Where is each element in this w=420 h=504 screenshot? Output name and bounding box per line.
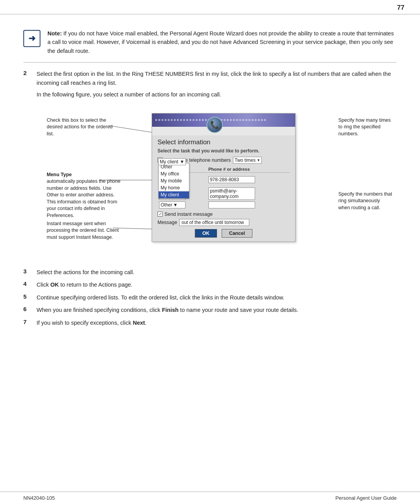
send-im-label: Send instant message xyxy=(164,212,213,217)
dot xyxy=(252,119,254,121)
dot xyxy=(258,119,260,121)
main-content: ➜ Note: If you do not have Voice mail en… xyxy=(0,14,420,339)
ring-times-select[interactable]: Two times ▼ xyxy=(233,157,262,164)
figure-area: Check this box to select the desired act… xyxy=(23,105,397,261)
dialog-icon-area: 📞 xyxy=(152,127,295,135)
dialog-title: Select information xyxy=(158,138,290,146)
dot xyxy=(205,119,207,121)
svg-line-0 xyxy=(109,126,154,133)
dot xyxy=(236,119,238,121)
row2-input[interactable]: psmith@any-company.com xyxy=(208,187,255,200)
dot xyxy=(227,119,229,121)
dot xyxy=(180,119,182,121)
dropdown-item-mymobile[interactable]: My mobile xyxy=(159,177,189,184)
dot xyxy=(199,119,201,121)
page-number: 77 xyxy=(397,4,404,12)
note-bold: Note: xyxy=(47,30,62,37)
row3-input[interactable] xyxy=(208,201,255,208)
send-im-checkbox[interactable]: ✓ xyxy=(158,212,163,217)
row3-type: Other ▼ xyxy=(158,201,207,209)
dot xyxy=(183,119,185,121)
dropdown-item-myclient[interactable]: My client xyxy=(159,191,189,198)
footer-left: NN42040-105 xyxy=(23,495,55,501)
ok-button[interactable]: OK xyxy=(195,229,217,238)
step2-line: 2 Select the first option in the list. I… xyxy=(23,70,397,87)
dialog-icon-symbol: 📞 xyxy=(210,120,220,130)
step7: 7 If you wish to specify exceptions, cli… xyxy=(23,318,397,327)
note-body: If you do not have Voice mail enabled, t… xyxy=(47,30,394,54)
dot xyxy=(233,119,235,121)
note-section: ➜ Note: If you do not have Voice mail en… xyxy=(23,29,397,63)
annot-menutype-title: Menu Type xyxy=(47,172,72,177)
dot xyxy=(239,119,241,121)
col-phone: Phone # or address xyxy=(207,166,290,173)
annot-instantmsg-text: Instant message sent when processing the… xyxy=(47,221,119,240)
footer: NN42040-105 Personal Agent User Guide xyxy=(0,492,420,504)
dot xyxy=(248,119,250,121)
dot xyxy=(242,119,244,121)
row3-value xyxy=(207,201,290,209)
message-label: Message xyxy=(158,220,177,225)
dropdown-header[interactable]: My client ▼ xyxy=(158,158,186,165)
step6: 6 When you are finished specifying condi… xyxy=(23,306,397,314)
step2-caption: In the following figure, you select a nu… xyxy=(37,90,397,99)
arrow-icon: ➜ xyxy=(28,33,35,44)
dot xyxy=(155,119,157,121)
step7-text: If you wish to specify exceptions, click… xyxy=(37,318,147,327)
dot xyxy=(174,119,176,121)
annot-checkbox: Check this box to select the desired act… xyxy=(47,117,115,138)
step3-text: Select the actions for the incoming call… xyxy=(37,268,134,276)
step7-bold: Next xyxy=(133,320,145,326)
send-im-row: ✓ Send instant message xyxy=(158,212,290,217)
dot xyxy=(158,119,160,121)
step2-section: 2 Select the first option in the list. I… xyxy=(23,70,397,99)
annot-ringtimes-text: Specify how many times to ring the speci… xyxy=(338,117,391,136)
dot xyxy=(202,119,204,121)
dot xyxy=(264,119,266,121)
dialog-titlebar xyxy=(152,114,295,127)
dialog-icon: 📞 xyxy=(206,117,223,133)
dot xyxy=(192,119,194,121)
dot xyxy=(161,119,163,121)
dialog-btn-row: OK Cancel xyxy=(158,229,290,238)
top-bar: 77 xyxy=(0,0,420,14)
table-row: Other ▼ xyxy=(158,201,290,209)
dot xyxy=(261,119,263,121)
dot xyxy=(186,119,188,121)
dot xyxy=(255,119,257,121)
dropdown-item-myoffice[interactable]: My office xyxy=(159,170,189,177)
message-row: Message out of the office until tomorrow xyxy=(158,219,290,226)
dropdown-item-myhome[interactable]: My home xyxy=(159,184,189,191)
dropdown-header-label: My client xyxy=(160,159,178,164)
dot xyxy=(189,119,191,121)
dot xyxy=(224,119,226,121)
step5: 5 Continue specifying ordered lists. To … xyxy=(23,293,397,302)
ring-times-value: Two times xyxy=(234,158,256,163)
step6-after: to name your route and save your route d… xyxy=(178,307,298,313)
note-text: Note: If you do not have Voice mail enab… xyxy=(47,29,397,55)
annot-simultaneously: Specify the numbers that ring simultaneo… xyxy=(338,191,393,212)
cancel-button[interactable]: Cancel xyxy=(222,229,252,238)
step5-num: 5 xyxy=(23,293,34,300)
bottom-steps: 3 Select the actions for the incoming ca… xyxy=(23,268,397,327)
step6-bold: Finish xyxy=(162,307,178,313)
step4: 4 Click OK to return to the Actions page… xyxy=(23,280,397,289)
step2-text: Select the first option in the list. In … xyxy=(37,70,397,87)
step4-bold: OK xyxy=(50,282,59,288)
step6-text: When you are finished specifying conditi… xyxy=(37,306,298,314)
step6-num: 6 xyxy=(23,306,34,312)
message-input[interactable]: out of the office until tomorrow xyxy=(179,219,249,226)
dialog-subtitle: Select the task that you would like to p… xyxy=(158,148,290,154)
row2-value: psmith@any-company.com xyxy=(207,187,290,201)
dot xyxy=(230,119,232,121)
note-icon-box: ➜ xyxy=(23,30,40,47)
dropdown-menu[interactable]: Other My office My mobile My home My cli… xyxy=(158,163,189,199)
step3-num: 3 xyxy=(23,268,34,275)
row3-type-val: Other xyxy=(161,202,172,208)
step4-num: 4 xyxy=(23,280,34,287)
annot-ringtimes: Specify how many times to ring the speci… xyxy=(338,117,393,138)
row1-input[interactable]: 978-288-8083 xyxy=(208,176,255,183)
row3-type-select[interactable]: Other ▼ xyxy=(159,201,186,208)
row3-type-arrow-icon: ▼ xyxy=(173,202,178,208)
step5-text: Continue specifying ordered lists. To ed… xyxy=(37,293,284,302)
